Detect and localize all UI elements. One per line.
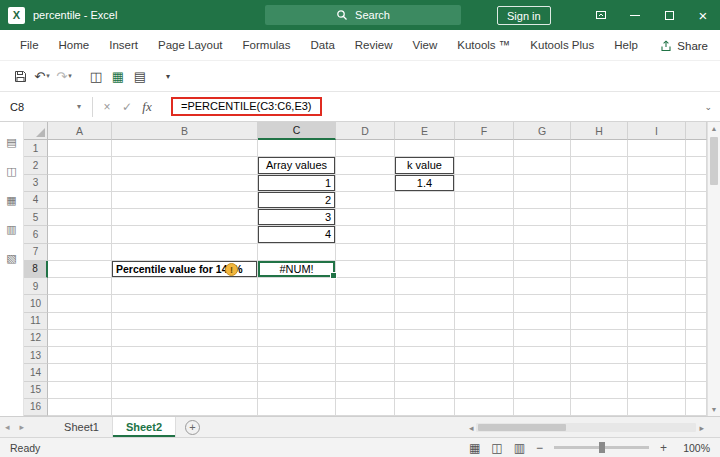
qat-view-icon[interactable]: ▤ bbox=[129, 64, 151, 88]
cell-h2[interactable] bbox=[571, 157, 628, 174]
cell-g10[interactable] bbox=[514, 295, 571, 312]
column-header-b[interactable]: B bbox=[112, 122, 258, 140]
zoom-out-icon[interactable]: − bbox=[536, 441, 543, 455]
ribbon-tab-help[interactable]: Help bbox=[604, 30, 648, 60]
cell-e7[interactable] bbox=[395, 244, 455, 261]
cell-e16[interactable] bbox=[395, 399, 455, 416]
cell-i7[interactable] bbox=[628, 244, 686, 261]
cell-a4[interactable] bbox=[48, 192, 112, 209]
cell-i11[interactable] bbox=[628, 313, 686, 330]
cell-h16[interactable] bbox=[571, 399, 628, 416]
horizontal-scroll-track[interactable] bbox=[476, 423, 696, 432]
cell-f7[interactable] bbox=[455, 244, 514, 261]
horizontal-scroll-thumb[interactable] bbox=[478, 424, 566, 431]
row-header-9[interactable]: 9 bbox=[24, 278, 48, 295]
cell-partial-11[interactable] bbox=[686, 313, 707, 330]
cell-g16[interactable] bbox=[514, 399, 571, 416]
cell-i12[interactable] bbox=[628, 330, 686, 347]
cell-i13[interactable] bbox=[628, 347, 686, 364]
cell-a14[interactable] bbox=[48, 364, 112, 381]
vertical-scroll-thumb[interactable] bbox=[710, 137, 718, 185]
cell-d3[interactable] bbox=[336, 175, 395, 192]
cell-d2[interactable] bbox=[336, 157, 395, 174]
cell-a9[interactable] bbox=[48, 278, 112, 295]
cell-partial-16[interactable] bbox=[686, 399, 707, 416]
cell-f10[interactable] bbox=[455, 295, 514, 312]
qat-reading-layout-icon[interactable]: ▦ bbox=[107, 64, 129, 88]
cell-partial-9[interactable] bbox=[686, 278, 707, 295]
cell-c2[interactable]: Array values bbox=[258, 157, 336, 174]
cell-a15[interactable] bbox=[48, 382, 112, 399]
cell-e11[interactable] bbox=[395, 313, 455, 330]
cell-d7[interactable] bbox=[336, 244, 395, 261]
cell-c5[interactable]: 3 bbox=[258, 209, 336, 226]
name-box-dropdown-icon[interactable]: ▾ bbox=[70, 102, 88, 111]
column-header-g[interactable]: G bbox=[514, 122, 571, 140]
page-layout-view-icon[interactable]: ◫ bbox=[491, 441, 502, 455]
cell-b10[interactable] bbox=[112, 295, 258, 312]
cell-i10[interactable] bbox=[628, 295, 686, 312]
cell-g3[interactable] bbox=[514, 175, 571, 192]
cell-h9[interactable] bbox=[571, 278, 628, 295]
cell-f4[interactable] bbox=[455, 192, 514, 209]
cell-g11[interactable] bbox=[514, 313, 571, 330]
zoom-in-icon[interactable]: + bbox=[660, 441, 667, 455]
column-header-h[interactable]: H bbox=[571, 122, 628, 140]
cell-e1[interactable] bbox=[395, 140, 455, 157]
ribbon-tab-home[interactable]: Home bbox=[49, 30, 100, 60]
cell-d14[interactable] bbox=[336, 364, 395, 381]
cell-a7[interactable] bbox=[48, 244, 112, 261]
cell-a1[interactable] bbox=[48, 140, 112, 157]
cell-f15[interactable] bbox=[455, 382, 514, 399]
cell-f9[interactable] bbox=[455, 278, 514, 295]
row-header-15[interactable]: 15 bbox=[24, 382, 48, 399]
cell-b16[interactable] bbox=[112, 399, 258, 416]
cell-h7[interactable] bbox=[571, 244, 628, 261]
kutools-pane-workbook-icon[interactable]: ▤ bbox=[6, 136, 16, 149]
cell-partial-13[interactable] bbox=[686, 347, 707, 364]
cell-e5[interactable] bbox=[395, 209, 455, 226]
cell-e12[interactable] bbox=[395, 330, 455, 347]
formula-bar-expand-icon[interactable]: ⌄ bbox=[704, 102, 712, 112]
sheet-next-icon[interactable]: ▸ bbox=[15, 422, 30, 432]
column-header-f[interactable]: F bbox=[455, 122, 514, 140]
kutools-pane-worksheet-icon[interactable]: ◫ bbox=[6, 165, 16, 178]
cell-g13[interactable] bbox=[514, 347, 571, 364]
cell-c3[interactable]: 1 bbox=[258, 175, 336, 192]
cell-f8[interactable] bbox=[455, 261, 514, 278]
column-header-d[interactable]: D bbox=[336, 122, 395, 140]
cell-g12[interactable] bbox=[514, 330, 571, 347]
customize-qat-icon[interactable]: ▾ bbox=[157, 64, 179, 88]
undo-icon[interactable]: ↶▾ bbox=[31, 64, 53, 88]
column-header-e[interactable]: E bbox=[395, 122, 455, 140]
close-icon[interactable]: × bbox=[686, 0, 720, 30]
cell-g1[interactable] bbox=[514, 140, 571, 157]
cell-i2[interactable] bbox=[628, 157, 686, 174]
cell-g6[interactable] bbox=[514, 226, 571, 243]
cell-c4[interactable]: 2 bbox=[258, 192, 336, 209]
cell-f14[interactable] bbox=[455, 364, 514, 381]
cell-e9[interactable] bbox=[395, 278, 455, 295]
cell-a8[interactable] bbox=[48, 261, 112, 278]
cell-i6[interactable] bbox=[628, 226, 686, 243]
cell-h15[interactable] bbox=[571, 382, 628, 399]
column-header-i[interactable]: I bbox=[628, 122, 686, 140]
cell-partial-4[interactable] bbox=[686, 192, 707, 209]
cell-d16[interactable] bbox=[336, 399, 395, 416]
cell-a11[interactable] bbox=[48, 313, 112, 330]
cell-d5[interactable] bbox=[336, 209, 395, 226]
zoom-level-label[interactable]: 100% bbox=[678, 442, 710, 454]
cell-c13[interactable] bbox=[258, 347, 336, 364]
cell-partial-6[interactable] bbox=[686, 226, 707, 243]
error-options-icon[interactable]: ! bbox=[225, 263, 238, 276]
search-box[interactable]: Search bbox=[265, 5, 461, 25]
cell-i15[interactable] bbox=[628, 382, 686, 399]
cell-b13[interactable] bbox=[112, 347, 258, 364]
cell-d11[interactable] bbox=[336, 313, 395, 330]
save-icon[interactable] bbox=[9, 64, 31, 88]
cell-d12[interactable] bbox=[336, 330, 395, 347]
cancel-icon[interactable]: × bbox=[97, 100, 117, 114]
row-header-10[interactable]: 10 bbox=[24, 295, 48, 312]
ribbon-tab-page-layout[interactable]: Page Layout bbox=[148, 30, 233, 60]
cell-i1[interactable] bbox=[628, 140, 686, 157]
